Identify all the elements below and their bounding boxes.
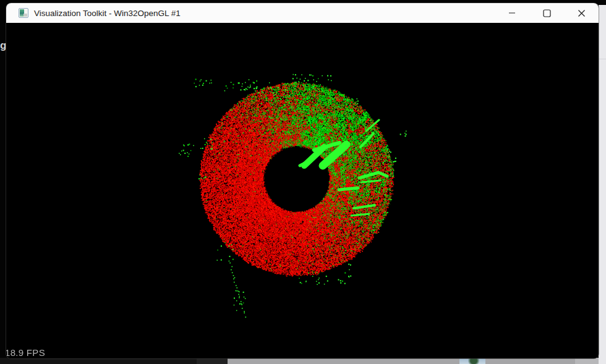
- titlebar[interactable]: Visualization Toolkit - Win32OpenGL #1: [6, 3, 599, 23]
- window-title: Visualization Toolkit - Win32OpenGL #1: [34, 9, 181, 18]
- background-window-text: g: [0, 40, 6, 53]
- vtk-app-icon-block: [23, 14, 27, 17]
- taskbar-thumbnail[interactable]: [459, 358, 485, 364]
- taskbar-strip-dark: [0, 358, 197, 364]
- vtk-window: Visualization Toolkit - Win32OpenGL #1: [6, 3, 599, 358]
- taskbar-strip-dark2: [197, 358, 228, 364]
- taskbar-strip: [228, 358, 606, 364]
- side-panel-divider: [599, 59, 606, 59]
- render-client-area: 18.9 FPS: [6, 23, 599, 358]
- vtk-app-icon: [19, 8, 28, 18]
- window-controls: [495, 3, 599, 23]
- maximize-button[interactable]: [529, 3, 564, 23]
- maximize-icon: [543, 9, 551, 17]
- minimize-button[interactable]: [495, 3, 529, 23]
- minimize-icon: [508, 9, 516, 17]
- render-viewport[interactable]: [6, 23, 599, 358]
- side-panel: [599, 5, 606, 364]
- fps-counter: 18.9 FPS: [6, 347, 45, 358]
- close-button[interactable]: [564, 3, 599, 23]
- close-icon: [578, 9, 586, 17]
